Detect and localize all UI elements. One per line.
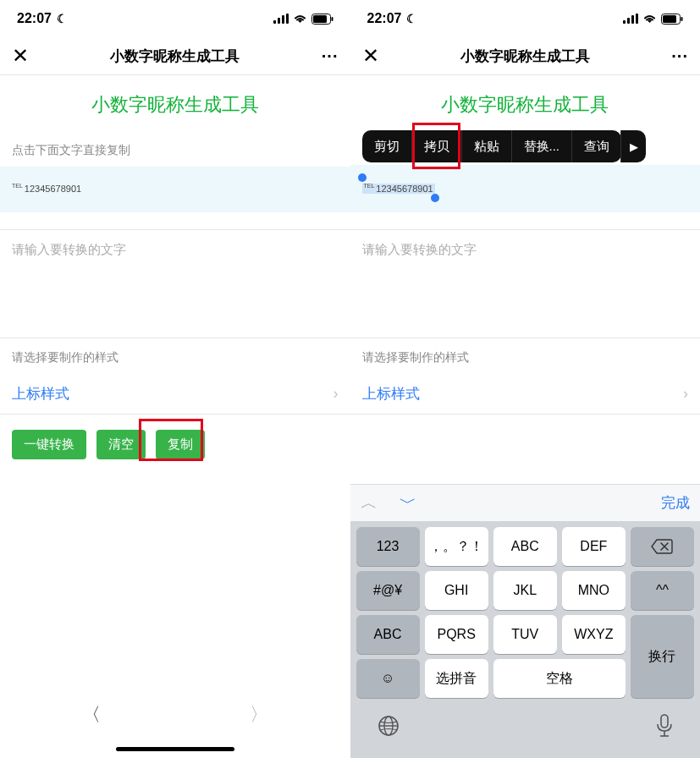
key-ghi[interactable]: GHI <box>425 571 488 610</box>
output-text: TEL12345678901 <box>12 184 81 194</box>
selection-handle-start[interactable] <box>358 173 367 182</box>
status-time: 22:07 <box>367 11 402 26</box>
cellular-icon <box>273 14 289 24</box>
tap-to-copy-label: 点击下面文字直接复制 <box>0 131 350 167</box>
output-area[interactable]: TEL12345678901 <box>0 167 350 212</box>
left-screenshot: 22:07 ☾ ✕ 小数字昵称生成工具 ··· 小数字昵称生成工具 点击下面文字… <box>0 0 350 758</box>
key-emoji-icon[interactable]: ☺ <box>356 659 420 698</box>
wifi-icon <box>642 14 657 24</box>
style-section-label: 请选择要制作的样式 <box>0 338 350 374</box>
app-title: 小数字昵称生成工具 <box>0 75 350 131</box>
more-icon[interactable]: ··· <box>322 47 339 66</box>
output-prefix: TEL <box>12 183 23 189</box>
kb-next-icon[interactable]: ﹀ <box>400 492 416 514</box>
output-digits: 12345678901 <box>376 184 433 194</box>
key-backspace-icon[interactable] <box>631 527 694 566</box>
mic-icon[interactable] <box>656 714 673 743</box>
menu-copy[interactable]: 拷贝 <box>412 130 462 162</box>
key-tuv[interactable]: TUV <box>493 615 557 654</box>
moon-icon: ☾ <box>406 12 417 25</box>
svg-rect-5 <box>313 15 327 23</box>
browser-bottom-nav: 〈 〉 <box>0 690 350 758</box>
right-screenshot: 22:07 ☾ ✕ 小数字昵称生成工具 ··· 小数字昵称生成工具 剪切 拷贝 … <box>350 0 701 758</box>
svg-rect-13 <box>681 17 683 21</box>
key-jkl[interactable]: JKL <box>493 571 557 610</box>
status-time: 22:07 <box>17 11 52 26</box>
keyboard: ︿ ﹀ 完成 123 ，。？！ ABC DEF #@¥ GHI JKL MNO … <box>350 484 701 758</box>
menu-more-arrow-icon[interactable]: ▶ <box>620 130 646 162</box>
key-mno[interactable]: MNO <box>562 571 626 610</box>
style-value: 上标样式 <box>362 384 420 404</box>
chevron-right-icon: › <box>333 385 339 403</box>
svg-rect-7 <box>623 20 626 24</box>
forward-icon[interactable]: 〉 <box>250 702 268 728</box>
back-icon[interactable]: 〈 <box>82 702 101 728</box>
status-bar: 22:07 ☾ <box>350 0 701 37</box>
svg-rect-0 <box>273 20 276 24</box>
svg-rect-2 <box>282 15 284 24</box>
menu-paste[interactable]: 粘贴 <box>462 130 512 162</box>
copy-button[interactable]: 复制 <box>156 430 205 459</box>
convert-input[interactable]: 请输入要转换的文字 <box>0 230 350 270</box>
more-icon[interactable]: ··· <box>671 47 688 66</box>
svg-rect-10 <box>636 14 638 24</box>
nav-bar: ✕ 小数字昵称生成工具 ··· <box>350 37 701 74</box>
key-wxyz[interactable]: WXYZ <box>562 615 626 654</box>
menu-lookup[interactable]: 查询 <box>572 130 621 162</box>
output-area[interactable]: TEL12345678901 <box>350 165 701 212</box>
svg-rect-12 <box>663 15 676 23</box>
battery-icon <box>661 14 683 25</box>
key-pinyin[interactable]: 选拼音 <box>425 659 488 698</box>
key-enter[interactable]: 换行 <box>631 615 694 698</box>
kb-prev-icon[interactable]: ︿ <box>361 492 378 514</box>
clear-button[interactable]: 清空 <box>96 430 146 459</box>
battery-icon <box>311 14 333 25</box>
selection-handle-end[interactable] <box>431 194 439 202</box>
svg-rect-3 <box>286 14 289 24</box>
kb-done-button[interactable]: 完成 <box>661 493 690 513</box>
svg-rect-17 <box>661 715 668 728</box>
text-context-menu: 剪切 拷贝 粘贴 替换... 查询 ▶ <box>362 130 647 162</box>
keyboard-toolbar: ︿ ﹀ 完成 <box>350 484 701 521</box>
close-icon[interactable]: ✕ <box>362 46 379 66</box>
close-icon[interactable]: ✕ <box>12 46 29 66</box>
key-123[interactable]: 123 <box>356 527 420 566</box>
moon-icon: ☾ <box>57 12 68 25</box>
nav-bar: ✕ 小数字昵称生成工具 ··· <box>0 37 350 74</box>
svg-rect-9 <box>631 15 634 24</box>
style-value: 上标样式 <box>12 384 69 404</box>
key-symbols[interactable]: #@¥ <box>356 571 420 610</box>
svg-rect-6 <box>331 17 333 21</box>
wifi-icon <box>293 14 307 24</box>
chevron-right-icon: › <box>683 385 688 403</box>
svg-rect-8 <box>627 18 630 24</box>
text-selection[interactable]: TEL12345678901 <box>362 180 435 195</box>
key-space[interactable]: 空格 <box>493 659 626 698</box>
convert-button[interactable]: 一键转换 <box>12 430 86 459</box>
globe-icon[interactable] <box>378 715 400 742</box>
key-punct[interactable]: ，。？！ <box>425 527 488 566</box>
svg-rect-1 <box>278 18 280 24</box>
style-select-row[interactable]: 上标样式 › <box>350 374 701 414</box>
action-buttons: 一键转换 清空 复制 <box>0 415 350 475</box>
output-digits: 12345678901 <box>25 184 81 194</box>
key-caret[interactable]: ^^ <box>631 571 694 610</box>
key-abc-mode[interactable]: ABC <box>356 615 420 654</box>
nav-title: 小数字昵称生成工具 <box>110 47 240 66</box>
output-prefix: TEL <box>364 183 375 189</box>
menu-cut[interactable]: 剪切 <box>362 130 412 162</box>
home-indicator <box>116 747 234 751</box>
convert-input[interactable]: 请输入要转换的文字 <box>350 230 701 270</box>
key-def[interactable]: DEF <box>562 527 626 566</box>
menu-replace[interactable]: 替换... <box>512 130 573 162</box>
style-section-label: 请选择要制作的样式 <box>350 338 701 374</box>
cellular-icon <box>623 14 638 24</box>
key-pqrs[interactable]: PQRS <box>425 615 488 654</box>
nav-title: 小数字昵称生成工具 <box>460 47 590 66</box>
app-title: 小数字昵称生成工具 <box>350 75 701 131</box>
style-select-row[interactable]: 上标样式 › <box>0 374 350 414</box>
key-abc[interactable]: ABC <box>493 527 557 566</box>
status-bar: 22:07 ☾ <box>0 0 350 37</box>
